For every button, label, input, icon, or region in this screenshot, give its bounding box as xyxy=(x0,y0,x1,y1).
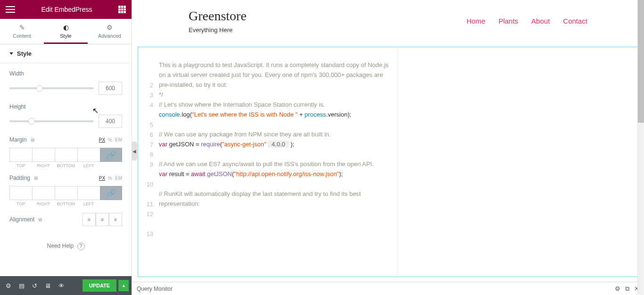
site-subtitle: Everything Here xyxy=(189,26,247,34)
scrollbar-thumb[interactable] xyxy=(638,0,644,123)
tab-content[interactable]: ✎Content xyxy=(0,19,44,44)
unit-em[interactable]: EM xyxy=(115,137,122,143)
margin-left-input[interactable] xyxy=(77,148,100,162)
margin-right-label: RIGHT xyxy=(32,163,55,168)
code-line: */ xyxy=(159,91,163,98)
code-line: console.log("Let's see where the ISS is … xyxy=(159,111,351,118)
margin-bottom-label: BOTTOM xyxy=(55,163,77,168)
padding-label: Padding xyxy=(9,175,30,181)
unit-px[interactable]: PX xyxy=(99,137,105,143)
responsive-icon[interactable]: 🖥 xyxy=(42,279,54,292)
device-icon[interactable]: 🖥 xyxy=(37,217,42,222)
code-gutter: 2 3 4 5 6 7 8 9 10 11 12 13 xyxy=(138,47,157,277)
code-line: var result = await getJSON("http://api.o… xyxy=(159,170,343,177)
margin-label: Margin xyxy=(9,136,27,143)
margin-link-toggle[interactable]: 🔗 xyxy=(100,148,122,162)
code-line: // Let's show where the Internation Spac… xyxy=(159,101,325,108)
update-button[interactable]: UPDATE xyxy=(83,279,116,292)
code-line: // RunKit will automatically display the… xyxy=(159,190,363,207)
height-slider-thumb[interactable] xyxy=(28,118,35,125)
align-right-button[interactable]: ≡ xyxy=(109,213,122,226)
code-line: var getJSON = require("async-get-json" 4… xyxy=(159,141,294,148)
section-style-title: Style xyxy=(17,50,32,57)
scrollbar[interactable] xyxy=(637,0,644,295)
panel-title: Edit EmbedPress xyxy=(41,6,92,13)
padding-link-toggle[interactable]: 🔗 xyxy=(100,186,122,200)
padding-left-input[interactable] xyxy=(77,186,100,200)
preview-icon[interactable]: 👁 xyxy=(56,279,67,292)
footer-popout-icon[interactable]: ⧉ xyxy=(625,285,629,293)
unit-pct[interactable]: % xyxy=(108,176,112,181)
gear-icon: ⚙ xyxy=(88,24,132,31)
navigator-icon[interactable]: ▤ xyxy=(16,279,27,292)
height-slider[interactable] xyxy=(9,120,94,122)
width-input[interactable] xyxy=(99,82,122,95)
site-title: Greenstore xyxy=(189,8,247,24)
history-icon[interactable]: ↺ xyxy=(29,279,40,292)
update-options-button[interactable]: ▲ xyxy=(118,280,129,291)
pencil-icon: ✎ xyxy=(0,24,44,31)
embed-frame[interactable]: 2 3 4 5 6 7 8 9 10 11 12 13 This is a pl… xyxy=(138,47,638,277)
device-icon[interactable]: 🖥 xyxy=(33,175,38,181)
settings-icon[interactable]: ⚙ xyxy=(3,279,14,292)
code-line: // And we can use ES7 async/await to pul… xyxy=(159,160,374,168)
margin-left-label: LEFT xyxy=(77,163,100,168)
embed-output-panel xyxy=(397,47,628,277)
unit-px[interactable]: PX xyxy=(99,176,105,181)
align-center-button[interactable]: ≡ xyxy=(96,213,109,226)
tab-style-label: Style xyxy=(60,33,71,39)
collapse-sidebar-handle[interactable]: ◀ xyxy=(132,142,137,160)
padding-top-label: TOP xyxy=(9,202,32,206)
padding-bottom-label: BOTTOM xyxy=(55,202,77,206)
code-line: // We can use any package from NPM since… xyxy=(159,131,331,138)
margin-top-label: TOP xyxy=(9,163,32,168)
contrast-icon: ◐ xyxy=(44,24,88,31)
nav-home[interactable]: Home xyxy=(466,17,485,25)
height-label: Height xyxy=(9,103,26,110)
width-slider-thumb[interactable] xyxy=(36,85,43,92)
unit-em[interactable]: EM xyxy=(115,176,122,181)
margin-right-input[interactable] xyxy=(32,148,55,162)
nav-plants[interactable]: Plants xyxy=(498,17,518,25)
code-editor[interactable]: This is a playground to test JavaScript.… xyxy=(157,47,397,277)
unit-pct[interactable]: % xyxy=(108,137,112,143)
help-icon: ? xyxy=(77,243,85,250)
apps-icon[interactable] xyxy=(118,6,126,13)
height-input[interactable] xyxy=(99,115,122,128)
nav-about[interactable]: About xyxy=(531,17,550,25)
padding-bottom-input[interactable] xyxy=(55,186,77,200)
width-slider[interactable] xyxy=(9,87,94,89)
menu-icon[interactable] xyxy=(6,6,15,13)
need-help-label: Need Help xyxy=(47,243,74,249)
caret-down-icon xyxy=(9,52,13,55)
query-monitor-label[interactable]: Query Monitor xyxy=(137,286,173,292)
code-line: This is a playground to test JavaScript.… xyxy=(159,61,390,88)
device-icon[interactable]: 🖥 xyxy=(30,137,35,143)
margin-top-input[interactable] xyxy=(9,148,32,162)
tab-style[interactable]: ◐Style xyxy=(44,19,88,44)
alignment-label: Alignment xyxy=(9,216,34,223)
section-style-header[interactable]: Style xyxy=(0,44,132,63)
tab-content-label: Content xyxy=(13,33,31,39)
tab-advanced[interactable]: ⚙Advanced xyxy=(88,19,132,44)
padding-left-label: LEFT xyxy=(77,202,100,206)
nav-contact[interactable]: Contact xyxy=(563,17,587,25)
tab-advanced-label: Advanced xyxy=(98,33,121,39)
padding-top-input[interactable] xyxy=(9,186,32,200)
padding-right-input[interactable] xyxy=(32,186,55,200)
footer-gear-icon[interactable]: ⚙ xyxy=(615,285,620,293)
width-label: Width xyxy=(9,70,24,77)
align-left-button[interactable]: ≡ xyxy=(83,213,96,226)
margin-bottom-input[interactable] xyxy=(55,148,77,162)
need-help[interactable]: Need Help ? xyxy=(0,233,132,260)
padding-right-label: RIGHT xyxy=(32,202,55,206)
